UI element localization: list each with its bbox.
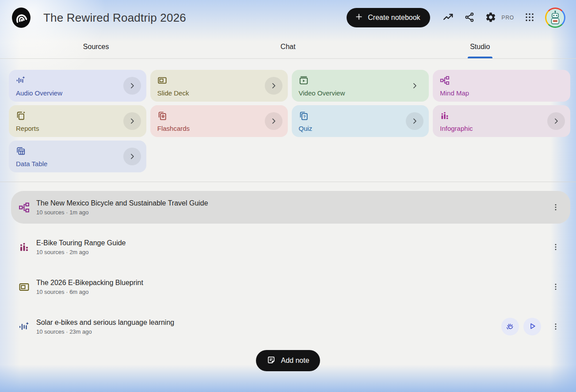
settings-button[interactable] xyxy=(481,8,500,27)
artifact-meta: 10 sources · 23m ago xyxy=(36,328,174,335)
trending-up-icon xyxy=(442,11,454,24)
avatar-ring xyxy=(545,8,565,28)
slide-deck-icon xyxy=(157,76,281,85)
tile-label: Video Overview xyxy=(299,89,422,97)
tile-label: Reports xyxy=(16,125,139,132)
add-note-button[interactable]: Add note xyxy=(256,350,320,371)
chevron-right-icon[interactable] xyxy=(265,112,282,130)
tile-label: Data Table xyxy=(16,160,139,167)
audio-waveform-sparkle-icon xyxy=(16,76,139,85)
tile-audio-overview[interactable]: Audio Overview xyxy=(9,70,146,102)
svg-text:?: ? xyxy=(303,114,306,119)
quiz-icon: ? xyxy=(299,111,422,121)
artifact-title: Solar e-bikes and serious language learn… xyxy=(36,319,174,327)
panel-tabs: Sources Chat Studio xyxy=(0,35,576,59)
video-overview-icon xyxy=(299,76,422,85)
plus-icon xyxy=(355,12,363,23)
infographic-bars-icon xyxy=(18,242,30,253)
settings-gear-icon xyxy=(485,11,496,24)
header: The Rewired Roadtrip 2026 Create noteboo… xyxy=(0,0,576,35)
tile-quiz[interactable]: ? Quiz xyxy=(292,105,429,137)
artifact-title: The 2026 E-Bikepacking Blueprint xyxy=(36,279,143,287)
play-audio-button[interactable] xyxy=(523,318,541,335)
add-note-container: Add note xyxy=(0,350,576,371)
slide-deck-icon xyxy=(18,282,30,293)
create-notebook-button[interactable]: Create notebook xyxy=(347,8,430,27)
active-tab-underline xyxy=(468,57,492,58)
artifact-title: E-Bike Touring Range Guide xyxy=(36,239,126,247)
tile-label: Flashcards xyxy=(157,125,281,132)
chevron-right-icon[interactable] xyxy=(123,77,141,95)
artifact-list: The New Mexico Bicycle and Sustainable T… xyxy=(0,182,576,343)
audio-waveform-sparkle-icon xyxy=(18,321,30,332)
chevron-right-icon[interactable] xyxy=(406,112,423,130)
artifact-row-audio[interactable]: Solar e-bikes and serious language learn… xyxy=(11,310,570,343)
play-icon xyxy=(528,322,537,332)
tile-label: Mind Map xyxy=(440,89,563,97)
more-options-kebab-icon[interactable] xyxy=(549,318,562,335)
flashcards-icon xyxy=(157,111,281,121)
mind-map-icon xyxy=(18,202,30,213)
apps-grid-icon xyxy=(524,12,535,24)
analytics-button[interactable] xyxy=(439,8,458,27)
tile-label: Quiz xyxy=(299,125,422,132)
tile-slide-deck[interactable]: Slide Deck xyxy=(150,70,288,102)
more-options-kebab-icon[interactable] xyxy=(549,198,562,216)
notebooklm-logo[interactable] xyxy=(11,7,32,28)
artifact-title: The New Mexico Bicycle and Sustainable T… xyxy=(36,199,208,207)
pro-badge: PRO xyxy=(502,15,514,21)
data-table-icon xyxy=(16,146,139,156)
tile-data-table[interactable]: Data Table xyxy=(9,141,146,172)
chevron-right-icon[interactable] xyxy=(123,148,141,165)
interactive-mode-button[interactable] xyxy=(501,318,519,335)
tile-mind-map[interactable]: Mind Map xyxy=(433,70,570,102)
tab-studio[interactable]: Studio xyxy=(384,35,576,58)
tab-chat[interactable]: Chat xyxy=(192,35,384,58)
avatar-robot-image xyxy=(546,9,564,27)
infographic-bars-icon xyxy=(440,111,563,121)
share-icon xyxy=(464,12,475,24)
tile-infographic[interactable]: Infographic xyxy=(433,105,570,137)
header-actions: Create notebook PRO xyxy=(347,8,565,28)
tile-label: Infographic xyxy=(440,125,563,132)
create-notebook-label: Create notebook xyxy=(368,14,420,22)
apps-grid-button[interactable] xyxy=(520,8,539,27)
artifact-row-infographic[interactable]: E-Bike Touring Range Guide 10 sources · … xyxy=(11,231,570,263)
note-icon xyxy=(267,355,276,366)
chevron-right-icon[interactable] xyxy=(265,77,282,95)
account-avatar[interactable] xyxy=(545,8,565,28)
studio-tile-grid: Audio Overview Slide Deck Video Overview xyxy=(0,59,576,172)
tile-label: Audio Overview xyxy=(16,89,139,97)
chevron-right-icon[interactable] xyxy=(547,112,565,130)
tile-video-overview[interactable]: Video Overview xyxy=(292,70,429,102)
artifact-row-mind-map[interactable]: The New Mexico Bicycle and Sustainable T… xyxy=(11,191,570,224)
tab-sources[interactable]: Sources xyxy=(0,35,192,58)
artifact-meta: 10 sources · 1m ago xyxy=(36,209,208,216)
interactive-mode-hand-icon xyxy=(505,321,515,332)
more-options-kebab-icon[interactable] xyxy=(549,278,562,296)
report-sparkle-icon xyxy=(16,111,139,121)
share-button[interactable] xyxy=(460,8,479,27)
chevron-right-icon[interactable] xyxy=(406,77,423,95)
mind-map-icon xyxy=(440,76,563,85)
tile-label: Slide Deck xyxy=(157,89,281,97)
tile-flashcards[interactable]: Flashcards xyxy=(150,105,288,137)
add-note-label: Add note xyxy=(281,357,309,365)
more-options-kebab-icon[interactable] xyxy=(549,238,562,256)
chevron-right-icon[interactable] xyxy=(123,112,141,130)
artifact-meta: 10 sources · 6m ago xyxy=(36,289,143,295)
artifact-meta: 10 sources · 2m ago xyxy=(36,249,126,255)
tile-reports[interactable]: Reports xyxy=(9,105,146,137)
artifact-row-slide-deck[interactable]: The 2026 E-Bikepacking Blueprint 10 sour… xyxy=(11,270,570,303)
notebook-title[interactable]: The Rewired Roadtrip 2026 xyxy=(43,11,186,25)
